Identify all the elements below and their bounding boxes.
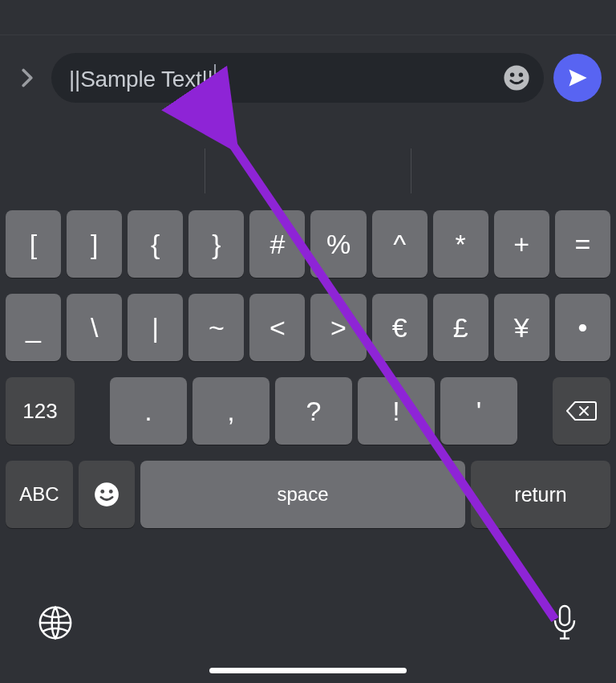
key-hash[interactable]: # <box>249 210 305 278</box>
keyboard-row-3: 123 . , ? ! ' <box>6 377 610 445</box>
suggestion-slot-3[interactable] <box>411 148 616 193</box>
row3-gap-left <box>80 377 104 445</box>
top-hairline <box>0 35 616 35</box>
chevron-right-icon[interactable] <box>13 68 42 87</box>
svg-point-2 <box>519 72 523 76</box>
message-text: ||Sample Text|| <box>69 64 494 92</box>
key-space[interactable]: space <box>140 461 465 528</box>
keyboard-suggestions <box>0 148 616 193</box>
send-icon <box>565 67 590 89</box>
key-question[interactable]: ? <box>275 377 352 445</box>
input-bar: ||Sample Text|| <box>0 50 616 106</box>
keyboard-row-1: [ ] { } # % ^ * + = <box>6 210 610 278</box>
message-text-content: ||Sample Text|| <box>69 67 213 91</box>
row3-gap-right <box>523 377 547 445</box>
key-percent[interactable]: % <box>310 210 366 278</box>
home-indicator[interactable] <box>209 668 407 673</box>
key-tilde[interactable]: ~ <box>188 294 244 361</box>
svg-point-3 <box>95 482 119 506</box>
suggestion-slot-1[interactable] <box>0 148 205 193</box>
keyboard: [ ] { } # % ^ * + = _ \ | ~ < > € £ ¥ • … <box>0 210 616 544</box>
key-less-than[interactable]: < <box>249 294 305 361</box>
message-input-field[interactable]: ||Sample Text|| <box>51 53 544 103</box>
key-euro[interactable]: € <box>372 294 428 361</box>
key-right-brace[interactable]: } <box>188 210 244 278</box>
svg-point-0 <box>504 65 529 90</box>
keyboard-row-2: _ \ | ~ < > € £ ¥ • <box>6 294 610 361</box>
emoji-icon <box>93 481 120 508</box>
key-greater-than[interactable]: > <box>310 294 366 361</box>
key-bullet[interactable]: • <box>555 294 610 361</box>
key-comma[interactable]: , <box>192 377 270 445</box>
key-abc[interactable]: ABC <box>6 461 73 528</box>
globe-icon[interactable] <box>37 604 74 644</box>
mic-icon[interactable] <box>550 604 579 645</box>
svg-point-5 <box>109 490 113 494</box>
key-left-bracket[interactable]: [ <box>6 210 61 278</box>
key-plus[interactable]: + <box>494 210 549 278</box>
send-button[interactable] <box>553 54 602 102</box>
backspace-icon <box>565 400 598 422</box>
key-pipe[interactable]: | <box>128 294 183 361</box>
key-asterisk[interactable]: * <box>433 210 488 278</box>
text-cursor <box>214 64 216 91</box>
key-underscore[interactable]: _ <box>6 294 61 361</box>
key-123[interactable]: 123 <box>6 377 75 445</box>
key-exclamation[interactable]: ! <box>358 377 435 445</box>
key-apostrophe[interactable]: ' <box>440 377 517 445</box>
svg-point-1 <box>510 72 514 76</box>
key-yen[interactable]: ¥ <box>494 294 549 361</box>
key-backspace[interactable] <box>553 377 610 445</box>
key-caret[interactable]: ^ <box>372 210 428 278</box>
emoji-picker-icon[interactable] <box>502 63 531 92</box>
key-period[interactable]: . <box>110 377 187 445</box>
key-left-brace[interactable]: { <box>128 210 183 278</box>
key-pound[interactable]: £ <box>433 294 488 361</box>
key-equals[interactable]: = <box>555 210 610 278</box>
keyboard-bottom-bar <box>0 592 616 657</box>
keyboard-row-4: ABC space return <box>6 461 610 528</box>
key-emoji[interactable] <box>79 461 135 528</box>
key-return[interactable]: return <box>471 461 610 528</box>
suggestion-slot-2[interactable] <box>205 148 411 193</box>
key-backslash[interactable]: \ <box>67 294 122 361</box>
key-right-bracket[interactable]: ] <box>67 210 122 278</box>
svg-point-4 <box>100 490 104 494</box>
svg-rect-7 <box>560 606 569 625</box>
